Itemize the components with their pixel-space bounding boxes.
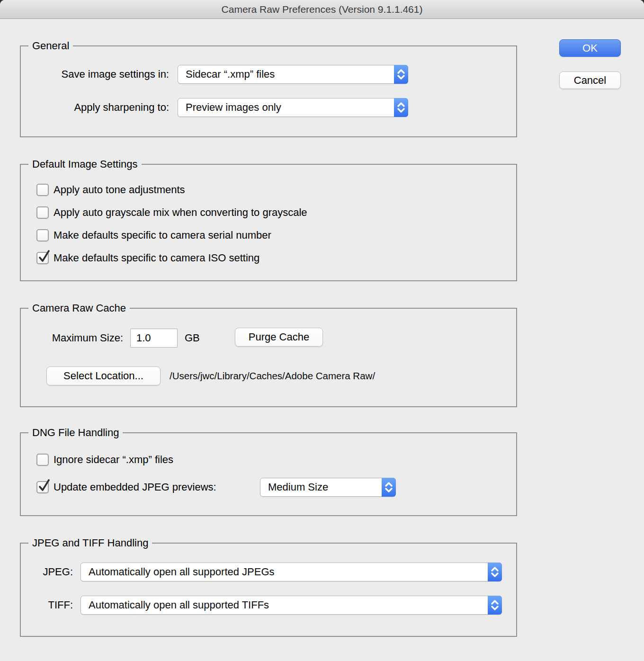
apply-sharpening-value: Preview images only [186, 98, 281, 116]
defaults-iso-setting-label[interactable]: Make defaults specific to camera ISO set… [54, 252, 259, 264]
apply-auto-tone-label[interactable]: Apply auto tone adjustments [54, 184, 185, 196]
title-bar[interactable]: Camera Raw Preferences (Version 9.1.1.46… [0, 0, 644, 19]
general-legend: General [28, 39, 73, 53]
checkbox-row: Update embedded JPEG previews: [36, 481, 216, 494]
tiff-label: TIFF: [21, 596, 73, 615]
defaults-serial-number-checkbox[interactable] [36, 229, 49, 241]
chevron-updown-icon [394, 98, 408, 117]
jpeg-handling-select[interactable]: Automatically open all supported JPEGs [80, 563, 502, 581]
update-jpeg-previews-checkbox[interactable] [36, 481, 49, 493]
camera-raw-cache-section: Camera Raw Cache Maximum Size: GB Purge … [20, 308, 517, 407]
jpeg-handling-value: Automatically open all supported JPEGs [89, 563, 275, 581]
camera-raw-cache-legend: Camera Raw Cache [28, 302, 130, 315]
window-title: Camera Raw Preferences (Version 9.1.1.46… [222, 4, 423, 15]
jpeg-label: JPEG: [21, 563, 73, 581]
jpeg-preview-size-select[interactable]: Medium Size [260, 478, 396, 497]
general-section: General Save image settings in: Sidecar … [20, 45, 517, 137]
apply-auto-grayscale-label[interactable]: Apply auto grayscale mix when converting… [54, 206, 307, 219]
ok-button[interactable]: OK [559, 39, 621, 57]
defaults-serial-number-label[interactable]: Make defaults specific to camera serial … [54, 229, 271, 241]
dng-file-handling-section: DNG File Handling Ignore sidecar “.xmp” … [20, 432, 517, 516]
ignore-sidecar-label[interactable]: Ignore sidecar “.xmp” files [54, 454, 173, 466]
default-image-settings-section: Default Image Settings Apply auto tone a… [20, 164, 517, 281]
jpeg-tiff-handling-section: JPEG and TIFF Handling JPEG: Automatical… [20, 543, 517, 637]
select-location-button[interactable]: Select Location... [46, 366, 161, 385]
save-image-settings-value: Sidecar “.xmp” files [186, 65, 275, 83]
checkbox-row: Apply auto grayscale mix when converting… [36, 206, 307, 219]
apply-sharpening-label: Apply sharpening to: [21, 98, 169, 117]
update-jpeg-previews-label[interactable]: Update embedded JPEG previews: [54, 481, 216, 493]
chevron-updown-icon [382, 478, 396, 497]
apply-sharpening-select[interactable]: Preview images only [178, 98, 408, 117]
chevron-updown-icon [394, 65, 408, 84]
cancel-button[interactable]: Cancel [559, 71, 621, 89]
gb-unit-label: GB [185, 329, 200, 348]
default-image-settings-legend: Default Image Settings [28, 158, 142, 171]
checkbox-row: Ignore sidecar “.xmp” files [36, 453, 173, 466]
checkbox-row: Make defaults specific to camera ISO set… [36, 251, 259, 265]
maximum-size-label: Maximum Size: [21, 329, 123, 348]
tiff-handling-select[interactable]: Automatically open all supported TIFFs [80, 596, 502, 615]
checkbox-row: Apply auto tone adjustments [36, 183, 185, 197]
apply-auto-tone-checkbox[interactable] [36, 184, 49, 196]
chevron-updown-icon [488, 596, 502, 615]
chevron-updown-icon [488, 563, 502, 581]
cache-path-text: /Users/jwc/Library/Caches/Adobe Camera R… [170, 366, 375, 385]
jpeg-preview-size-value: Medium Size [268, 478, 328, 496]
defaults-iso-setting-checkbox[interactable] [36, 252, 49, 264]
purge-cache-button[interactable]: Purge Cache [235, 328, 323, 347]
ignore-sidecar-checkbox[interactable] [36, 454, 49, 466]
tiff-handling-value: Automatically open all supported TIFFs [89, 596, 269, 614]
apply-auto-grayscale-checkbox[interactable] [36, 206, 49, 219]
save-image-settings-label: Save image settings in: [21, 65, 169, 84]
camera-raw-preferences-dialog: Camera Raw Preferences (Version 9.1.1.46… [0, 0, 644, 661]
jpeg-tiff-handling-legend: JPEG and TIFF Handling [28, 536, 152, 550]
save-image-settings-select[interactable]: Sidecar “.xmp” files [178, 65, 408, 84]
dng-file-handling-legend: DNG File Handling [28, 426, 123, 439]
checkbox-row: Make defaults specific to camera serial … [36, 229, 271, 242]
maximum-size-input[interactable] [130, 329, 178, 348]
